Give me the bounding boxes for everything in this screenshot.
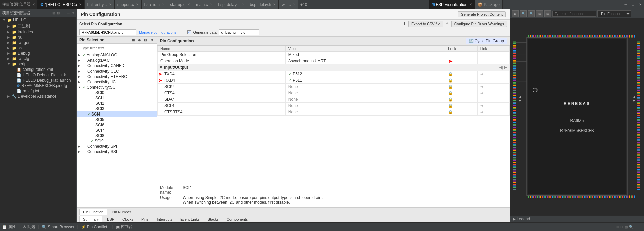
- status-icon5[interactable]: ─: [636, 225, 639, 229]
- link-rxd4-icon[interactable]: ⇒: [480, 78, 483, 82]
- pin-sel-icon3[interactable]: ⊟: [143, 38, 148, 42]
- pin-filter-input[interactable]: [79, 45, 155, 51]
- status-icon3[interactable]: ▤: [625, 225, 628, 229]
- tab-r-ioport-close[interactable]: ✕: [136, 3, 139, 6]
- sidebar-item-pincfg[interactable]: ⚙ R7FA6M5BH3CFB.pincfg: [0, 83, 76, 88]
- sidebar-tab[interactable]: 项目资源管理器 ✕: [0, 0, 37, 9]
- sidebar-item-includes[interactable]: ▶ 📁 Includes: [0, 29, 76, 35]
- table-row[interactable]: SDA4 None 🔒 ⇒: [158, 96, 510, 103]
- sidebar-minimize-icon[interactable]: ─: [67, 11, 70, 15]
- sidebar-filter-icon[interactable]: ⊟: [56, 11, 60, 15]
- tab-bsp-delay-close[interactable]: ✕: [242, 3, 244, 6]
- viz-btn3[interactable]: 🔍: [528, 10, 535, 17]
- viz-btn4[interactable]: ▤: [536, 10, 543, 17]
- sidebar-item-src[interactable]: ▶ 📁 src: [0, 45, 76, 51]
- pin-sci6[interactable]: SCI6: [77, 122, 157, 128]
- status-smart-browser[interactable]: 🔍 Smart Browser: [42, 225, 74, 229]
- pin-analog-dac[interactable]: ▶ Analog:DAC: [77, 58, 157, 63]
- pin-sel-icon1[interactable]: ⊞: [131, 38, 136, 42]
- pin-connectivity-spi[interactable]: ▶ Connectivity:SPI: [77, 144, 157, 149]
- pin-sci0[interactable]: SCI0: [77, 90, 157, 95]
- tab-startup[interactable]: startup.c ✕: [167, 0, 193, 9]
- status-icon1[interactable]: ⊞: [616, 225, 619, 229]
- tab-main[interactable]: main.c ✕: [193, 0, 215, 9]
- table-row[interactable]: SCK4 None 🔒 ⇒: [158, 84, 510, 90]
- manage-configs-link[interactable]: Manage configurations...: [139, 30, 179, 34]
- sidebar-item-ra-cfg[interactable]: ▶ 📁 ra_cfg: [0, 56, 76, 61]
- pin-sci5[interactable]: SCI5: [77, 117, 157, 122]
- tab-bsp-delay-h[interactable]: bsp_delay.h ✕: [247, 0, 279, 9]
- sidebar-collapse-icon[interactable]: ⊞: [52, 11, 56, 15]
- nav-left-icon[interactable]: ◀: [499, 65, 502, 70]
- status-icon2[interactable]: ⊟: [620, 225, 623, 229]
- tab-bsp-io-h[interactable]: bsp_io.h ✕: [142, 0, 167, 9]
- tab-event-links[interactable]: Event Links: [177, 216, 203, 222]
- pin-connectivity-iic[interactable]: ▶ Connectivity:IIC: [77, 79, 157, 85]
- tab-startup-close[interactable]: ✕: [187, 3, 190, 6]
- tab-more[interactable]: +10: [298, 2, 309, 7]
- sidebar-item-debug-flat-jlink[interactable]: 📄 HELLO Debug_Flat.jlink: [0, 72, 76, 78]
- pin-function-search[interactable]: [552, 11, 596, 17]
- link-sda4-icon[interactable]: ⇒: [480, 97, 483, 101]
- gen-data-input[interactable]: [219, 29, 259, 35]
- table-row[interactable]: SCL4 None 🔒 ⇒: [158, 103, 510, 109]
- tab-r-ioport[interactable]: r_ioport.c ✕: [115, 0, 142, 9]
- tab-wifi-close[interactable]: ✕: [293, 3, 295, 6]
- tab-stacks[interactable]: Stacks: [204, 216, 222, 222]
- table-row[interactable]: CTS4 None 🔒 ⇒: [158, 90, 510, 96]
- pin-connectivity-cec[interactable]: ▶ Connectivity:CEC: [77, 68, 157, 74]
- tab-package[interactable]: 📦 Package: [475, 0, 503, 9]
- gen-data-checkbox[interactable]: [187, 30, 191, 34]
- nav-right-icon[interactable]: ▶: [504, 65, 507, 70]
- table-row[interactable]: CTSRTS4 None 🔒 ⇒: [158, 109, 510, 116]
- tab-components[interactable]: Components: [223, 216, 251, 222]
- tab-main-close[interactable]: ✕: [210, 3, 212, 6]
- cycle-pin-group-btn[interactable]: 🔄 Cycle Pin Group: [466, 38, 507, 44]
- pin-function-dropdown[interactable]: Pin Function: [597, 10, 631, 17]
- table-row[interactable]: Operation Mode Asynchronous UART ➤: [158, 58, 510, 64]
- tab-hal-entry[interactable]: hal_entry.c ✕: [85, 0, 115, 9]
- viz-btn2[interactable]: 🔍: [520, 10, 527, 17]
- tab-interrupts[interactable]: Interrupts: [153, 216, 176, 222]
- lock-ctsrts4-icon[interactable]: 🔒: [448, 110, 453, 114]
- sidebar-item-dev-assist[interactable]: ▶ 🔧 Developer Assistance: [0, 94, 76, 99]
- link-scl4-icon[interactable]: ⇒: [480, 104, 483, 108]
- lock-rxd4-icon[interactable]: 🔒: [448, 78, 453, 82]
- table-row[interactable]: ➤ RXD4 ✓ P511 🔒 ⇒: [158, 77, 510, 84]
- viz-btn1[interactable]: ⊞: [512, 10, 519, 17]
- sidebar-item-hello[interactable]: ▼ 📁 HELLO: [0, 17, 76, 23]
- sidebar-item-script[interactable]: ▼ 📁 script: [0, 61, 76, 67]
- pin-connectivity-ssi[interactable]: ▶ Connectivity:SSI: [77, 149, 157, 154]
- tab-fsp-viz[interactable]: ⊞ FSP Visualization ✕: [429, 0, 475, 9]
- tab-pins[interactable]: Pins: [138, 216, 152, 222]
- sidebar-item-debug-flat-launch[interactable]: 📄 HELLO Debug_Flat.launch: [0, 78, 76, 83]
- tab-hal-entry-close[interactable]: ✕: [109, 3, 112, 6]
- status-problems[interactable]: ⚠ 问题: [23, 224, 35, 230]
- pin-analog-analog[interactable]: ▶ ✓ Analog:ANALOG: [77, 52, 157, 58]
- pin-connectivity-canfd[interactable]: ▶ Connectivity:CANFD: [77, 63, 157, 68]
- pin-sci2[interactable]: SCI2: [77, 101, 157, 106]
- sidebar-more-icon[interactable]: …: [61, 11, 66, 15]
- maximize-btn[interactable]: □: [629, 1, 637, 8]
- tab-bsp[interactable]: BSP: [103, 216, 118, 222]
- tab-bsp-delay-h-close[interactable]: ✕: [273, 3, 276, 6]
- lock-sck4-icon[interactable]: 🔒: [448, 85, 453, 89]
- pin-connectivity-sci[interactable]: ▼ ✓ Connectivity:SCI: [77, 85, 157, 90]
- lock-scl4-icon[interactable]: 🔒: [448, 104, 453, 108]
- pin-sel-icon2[interactable]: ⊕: [137, 38, 142, 42]
- tab-bsp-io-close[interactable]: ✕: [162, 3, 164, 6]
- pin-sci8[interactable]: SCI8: [77, 133, 157, 138]
- tab-pin-function[interactable]: Pin Function: [79, 209, 107, 215]
- fsp-viz-close-icon[interactable]: ✕: [469, 3, 472, 6]
- viz-btn5[interactable]: ▤: [544, 10, 551, 17]
- lock-cts4-icon[interactable]: 🔒: [448, 91, 453, 95]
- tab-fsp-co-close[interactable]: ✕: [79, 3, 82, 6]
- sidebar-item-debug[interactable]: ▶ 📁 Debug: [0, 51, 76, 56]
- sidebar-close-icon[interactable]: ✕: [32, 3, 35, 6]
- status-icon6[interactable]: □: [640, 225, 642, 229]
- link-ctsrts4-icon[interactable]: ⇒: [480, 110, 483, 114]
- status-icon4[interactable]: 🔍: [629, 225, 633, 229]
- minimize-btn[interactable]: ─: [622, 1, 629, 8]
- tab-clocks[interactable]: Clocks: [119, 216, 137, 222]
- pin-sci3[interactable]: SCI3: [77, 106, 157, 111]
